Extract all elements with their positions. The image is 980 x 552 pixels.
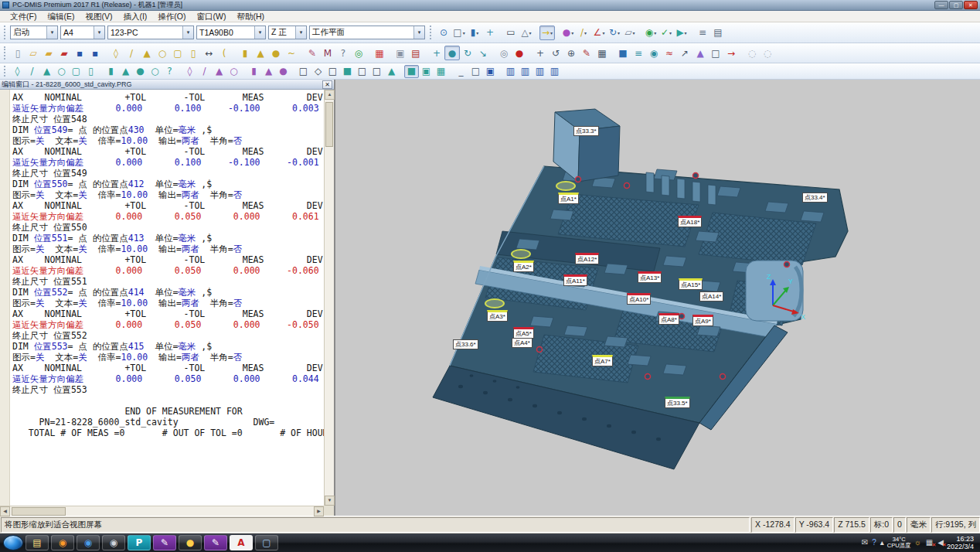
- edit-window-titlebar[interactable]: 编辑窗口 - 21-8228_6000_std_cavity.PRG ✕: [0, 80, 334, 90]
- editor-vertical-scrollbar[interactable]: ▲ ▼: [324, 90, 334, 506]
- weather-icon[interactable]: ☼: [914, 539, 921, 547]
- report-template-3-icon[interactable]: ▥: [533, 65, 547, 78]
- chevron-down-icon[interactable]: ▾: [654, 30, 656, 36]
- grid-display-icon[interactable]: ▦: [434, 65, 448, 78]
- toolbar-grip[interactable]: [4, 66, 8, 77]
- program-mode-icon[interactable]: ▦: [594, 46, 610, 60]
- save-as-file-icon[interactable]: ▪: [87, 46, 103, 60]
- coreldraw-task[interactable]: ✎: [153, 535, 176, 550]
- wire-globe-icon[interactable]: ◎: [496, 46, 512, 60]
- rotate-box-icon[interactable]: □: [708, 46, 723, 60]
- coreldraw-2-task[interactable]: ✎: [204, 535, 227, 550]
- pan-view-icon[interactable]: +: [482, 26, 498, 40]
- measured-round-slot-icon[interactable]: ▢: [69, 65, 83, 78]
- probe-sphere-icon[interactable]: ●: [512, 46, 527, 60]
- curve-scan-icon[interactable]: M: [320, 46, 335, 60]
- menu-item-3[interactable]: 视图(V): [80, 11, 117, 22]
- editor-horizontal-scrollbar[interactable]: ◀ ▶: [0, 506, 324, 516]
- title-bar[interactable]: PC-DMIS Premium 2017 R1 (Release) - 机器1 …: [0, 0, 980, 11]
- tree-view-icon[interactable]: ≡: [631, 46, 646, 60]
- camera-app-task[interactable]: ◉: [102, 535, 125, 550]
- point-label[interactable]: 点A7*: [592, 355, 613, 366]
- feature-cone-icon[interactable]: △▾: [519, 26, 534, 40]
- solid-box-icon[interactable]: ■: [615, 46, 631, 60]
- view-rotated-icon[interactable]: ◇: [311, 65, 325, 78]
- chevron-down-icon[interactable]: ▾: [602, 30, 604, 36]
- expand-tray-icon[interactable]: ▴: [880, 539, 884, 547]
- cpu-temp-widget[interactable]: 34°C CPU温度: [887, 537, 911, 549]
- minimize-window-icon[interactable]: _: [454, 65, 468, 78]
- copy-pages-icon[interactable]: ▱▾: [622, 26, 638, 40]
- arrow-dots-icon[interactable]: →: [723, 46, 739, 60]
- menu-item-5[interactable]: 操作(O): [152, 11, 191, 22]
- sphere-view-icon[interactable]: ●: [444, 46, 460, 60]
- chevron-down-icon[interactable]: ▾: [46, 26, 57, 39]
- edit-window-content[interactable]: AX NOMINAL +TOL -TOL MEAS DEV逼近矢量方向偏差 0.…: [0, 90, 334, 516]
- measured-point-icon[interactable]: ◊: [10, 65, 25, 78]
- point-label[interactable]: 点A4*: [512, 338, 533, 348]
- chevron-down-icon[interactable]: ▾: [550, 30, 553, 36]
- auto-square-slot-icon[interactable]: ▯: [185, 46, 201, 60]
- taskbar-clock[interactable]: 16:23 2022/3/4: [947, 535, 977, 550]
- layer-colors-icon[interactable]: ≈: [662, 46, 677, 60]
- horizontal-scroll-thumb[interactable]: [12, 507, 66, 516]
- combo-machine[interactable]: 123-PC▾: [107, 26, 194, 39]
- point-label[interactable]: 点33.3*: [573, 126, 599, 136]
- vertical-scroll-thumb[interactable]: [325, 102, 333, 147]
- point-label[interactable]: 点A5*: [513, 327, 534, 339]
- color-map-icon[interactable]: ▦: [372, 46, 387, 60]
- maximize-button[interactable]: ▢: [949, 1, 963, 9]
- view-solid-icon[interactable]: ■: [340, 65, 355, 78]
- point-label[interactable]: 点A2*: [513, 261, 534, 272]
- auto-cylinder-icon[interactable]: ▮: [237, 46, 253, 60]
- combo-startup[interactable]: 启动▾: [10, 26, 58, 39]
- scan-pen-icon[interactable]: ✎: [305, 46, 320, 60]
- refresh-view-icon[interactable]: ↻: [460, 46, 475, 60]
- new-file-icon[interactable]: ▯: [10, 46, 26, 60]
- measured-circle-icon[interactable]: ○: [54, 65, 69, 78]
- auto-round-slot-icon[interactable]: ▢: [170, 46, 185, 60]
- point-label[interactable]: 点A12*: [575, 253, 599, 264]
- auto-line-feature-icon[interactable]: /: [124, 46, 139, 60]
- menu-item-1[interactable]: 文件(F): [5, 11, 42, 22]
- graphics-window-icon[interactable]: ▣: [393, 46, 408, 60]
- auto-plane-icon[interactable]: ▲: [139, 46, 155, 60]
- axes-arrows-icon[interactable]: ↗: [677, 46, 692, 60]
- menu-item-4[interactable]: 插入(I): [117, 11, 152, 22]
- report-template-4-icon[interactable]: ▥: [547, 65, 562, 78]
- chevron-down-icon[interactable]: ▾: [413, 26, 424, 39]
- close-button[interactable]: ✕: [964, 1, 978, 9]
- shrink-view-icon[interactable]: ↘: [475, 46, 491, 60]
- view-back-icon[interactable]: □: [355, 65, 369, 78]
- graphics-viewport[interactable]: Z Y X 点33.3*点A1*点A18*点33.4*点A12*点A2*点A11…: [335, 80, 980, 516]
- measured-cylinder-icon[interactable]: ▮: [104, 65, 118, 78]
- chevron-down-icon[interactable]: ▾: [584, 30, 587, 36]
- probe-tip-icon[interactable]: ▮▾: [467, 26, 482, 40]
- point-label[interactable]: 点A13*: [638, 271, 662, 283]
- file-explorer-task[interactable]: ▤: [26, 535, 49, 550]
- combo-probe-file[interactable]: A4▾: [60, 26, 105, 39]
- point-label[interactable]: 点A10*: [627, 293, 651, 305]
- constructed-point-icon[interactable]: ◊: [182, 65, 197, 78]
- save-file-icon[interactable]: ▪: [72, 46, 87, 60]
- combo-workplane[interactable]: 工作平面▾: [309, 26, 425, 39]
- guess-scan-icon[interactable]: ?: [335, 46, 351, 60]
- point-label[interactable]: 点A14*: [699, 291, 723, 302]
- combo-axis[interactable]: Z 正▾: [268, 26, 307, 39]
- scroll-left-icon[interactable]: ◀: [0, 506, 10, 516]
- report-template-1-icon[interactable]: ▥: [503, 65, 518, 78]
- point-label[interactable]: 点33.6*: [453, 339, 478, 349]
- start-button[interactable]: [3, 535, 23, 550]
- translate-mode-icon[interactable]: +: [533, 46, 548, 60]
- menu-item-7[interactable]: 帮助(H): [231, 11, 270, 22]
- scroll-down-icon[interactable]: ▼: [325, 496, 335, 506]
- minimize-button[interactable]: —: [934, 1, 948, 9]
- pcdmis-task[interactable]: P: [128, 535, 151, 550]
- scroll-right-icon[interactable]: ▶: [314, 506, 324, 516]
- point-label[interactable]: 点A15*: [679, 278, 703, 290]
- solid-shaded-icon[interactable]: ■: [404, 65, 419, 78]
- execute-arrow-icon[interactable]: →▾: [539, 26, 555, 40]
- toolbar-grip[interactable]: [4, 46, 8, 60]
- datum-plane-icon[interactable]: ▲: [384, 65, 399, 78]
- zoom-fit-icon[interactable]: +: [429, 46, 444, 60]
